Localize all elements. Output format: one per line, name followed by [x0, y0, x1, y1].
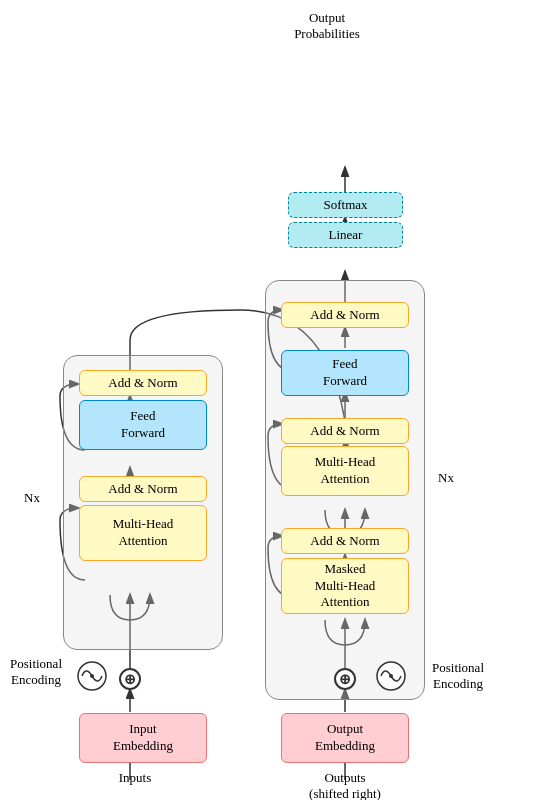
encoder-positional-encoding-label: PositionalEncoding [0, 656, 72, 688]
encoder-nx-label: Nx [24, 490, 40, 506]
decoder-positional-encoding-label: PositionalEncoding [408, 660, 508, 692]
output-probabilities-label: OutputProbabilities [272, 10, 382, 42]
softmax-box: Softmax [288, 192, 403, 218]
decoder-nx-label: Nx [438, 470, 454, 486]
decoder-output-embedding: OutputEmbedding [281, 713, 409, 763]
decoder-add-norm-2: Add & Norm [281, 418, 409, 444]
decoder-feed-forward: FeedForward [281, 350, 409, 396]
linear-box: Linear [288, 222, 403, 248]
encoder-positional-encoding-symbol [76, 660, 108, 692]
svg-point-19 [389, 674, 393, 678]
encoder-mha: Multi-HeadAttention [79, 505, 207, 561]
encoder-inputs-label: Inputs [105, 770, 165, 786]
decoder-mha: Multi-HeadAttention [281, 446, 409, 496]
svg-point-21 [90, 674, 94, 678]
encoder-add-norm-1: Add & Norm [79, 476, 207, 502]
transformer-diagram: OutputProbabilities Softmax Linear Nx Ad… [0, 0, 543, 800]
decoder-add-norm-3: Add & Norm [281, 302, 409, 328]
decoder-positional-encoding-symbol [375, 660, 407, 692]
decoder-masked-mha: MaskedMulti-HeadAttention [281, 558, 409, 614]
decoder-add-norm-1: Add & Norm [281, 528, 409, 554]
encoder-feed-forward: FeedForward [79, 400, 207, 450]
encoder-input-embedding: InputEmbedding [79, 713, 207, 763]
encoder-add-norm-2: Add & Norm [79, 370, 207, 396]
decoder-outputs-label: Outputs(shifted right) [295, 770, 395, 800]
encoder-plus-circle: ⊕ [119, 668, 141, 690]
decoder-plus-circle: ⊕ [334, 668, 356, 690]
